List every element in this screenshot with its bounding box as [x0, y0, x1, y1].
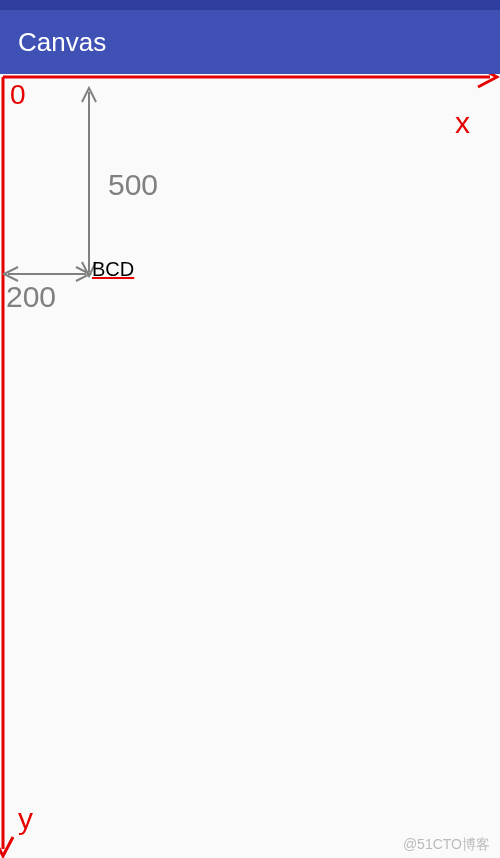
canvas-area: 0 x y 500 200 BCD @51CTO博客 — [0, 74, 500, 858]
app-bar: Canvas — [0, 10, 500, 74]
watermark: @51CTO博客 — [403, 836, 490, 854]
app-title: Canvas — [18, 27, 106, 58]
dimension-vertical-label: 500 — [108, 168, 158, 202]
origin-label: 0 — [10, 79, 26, 111]
point-bcd-label: BCD — [92, 258, 134, 281]
y-axis-label: y — [18, 802, 33, 836]
axes-svg — [0, 74, 500, 858]
x-axis-label: x — [455, 106, 470, 140]
dimension-horizontal-label: 200 — [6, 280, 56, 314]
status-bar — [0, 0, 500, 10]
